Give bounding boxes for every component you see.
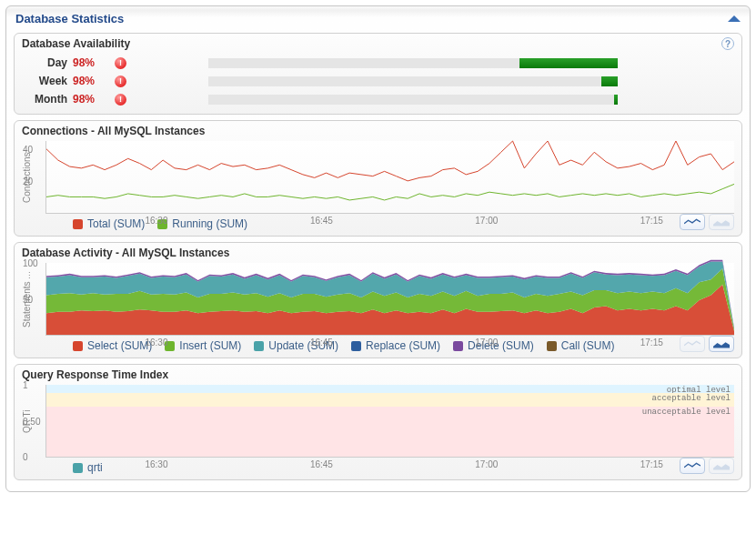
x-tick: 16:30 xyxy=(145,459,167,469)
availability-label: Month xyxy=(22,93,67,106)
availability-pct: 98% xyxy=(73,75,113,87)
chart-mode-line-button[interactable] xyxy=(680,214,705,230)
availability-row: Week98%! xyxy=(22,72,734,90)
legend-label: Insert (SUM) xyxy=(179,339,241,352)
chart-mode-area-button[interactable] xyxy=(709,458,734,474)
activity-panel: Database Activity - All MySQL Instances … xyxy=(14,242,742,358)
availability-label: Day xyxy=(22,56,67,69)
y-tick: 50 xyxy=(23,294,33,304)
legend-swatch xyxy=(73,341,83,351)
y-tick: 20 xyxy=(23,176,33,186)
availability-bar[interactable] xyxy=(208,95,618,105)
legend-swatch xyxy=(351,341,361,351)
legend-swatch xyxy=(73,219,83,229)
y-tick: 0 xyxy=(23,452,28,462)
x-tick: 17:15 xyxy=(640,216,663,226)
x-tick: 17:00 xyxy=(475,216,498,226)
chart-mode-area-button[interactable] xyxy=(709,336,734,352)
qrti-panel: Query Response Time Index QR Ti optimal … xyxy=(14,364,742,480)
x-tick: 16:30 xyxy=(145,337,167,348)
y-tick: 0.50 xyxy=(23,416,40,426)
chart-mode-area-button[interactable] xyxy=(709,214,734,230)
alert-icon[interactable]: ! xyxy=(115,57,126,69)
x-tick: 16:30 xyxy=(145,216,167,226)
legend-label: qrti xyxy=(87,461,103,474)
connections-chart[interactable]: 204016:3016:4517:0017:15 xyxy=(45,141,734,214)
alert-icon[interactable]: ! xyxy=(115,76,126,87)
availability-row: Month98%! xyxy=(22,90,734,108)
help-icon[interactable]: ? xyxy=(721,37,734,50)
x-tick: 16:45 xyxy=(310,459,333,469)
legend-item[interactable]: Total (SUM) xyxy=(73,217,145,230)
connections-legend: Total (SUM)Running (SUM) xyxy=(73,217,734,230)
activity-legend: Select (SUM)Insert (SUM)Update (SUM)Repl… xyxy=(73,339,734,352)
y-tick: 40 xyxy=(23,144,33,154)
legend-label: Call (SUM) xyxy=(561,339,615,352)
x-tick: 17:15 xyxy=(640,337,663,348)
activity-title: Database Activity - All MySQL Instances xyxy=(22,247,229,259)
legend-item[interactable]: Replace (SUM) xyxy=(351,339,440,352)
legend-item[interactable]: Select (SUM) xyxy=(73,339,152,352)
legend-label: Replace (SUM) xyxy=(366,339,440,352)
x-tick: 16:45 xyxy=(310,216,333,226)
availability-title: Database Availability xyxy=(22,37,130,50)
collapse-icon[interactable] xyxy=(728,15,741,22)
legend-item[interactable]: qrti xyxy=(73,461,103,474)
availability-bar[interactable] xyxy=(208,58,618,68)
band-label: acceptable level xyxy=(652,394,731,403)
availability-pct: 98% xyxy=(73,93,113,106)
legend-label: Total (SUM) xyxy=(87,217,145,230)
panel-title: Database Statistics xyxy=(15,12,124,25)
availability-panel: Database Availability ? Day98%!Week98%!M… xyxy=(14,33,742,115)
x-tick: 17:15 xyxy=(640,459,663,469)
legend-label: Select (SUM) xyxy=(87,339,152,352)
database-statistics-panel: Database Statistics Database Availabilit… xyxy=(5,5,751,492)
legend-swatch xyxy=(453,341,463,351)
connections-panel: Connections - All MySQL Instances Connec… xyxy=(14,120,742,237)
activity-chart[interactable]: 5010016:3016:4517:0017:15 xyxy=(45,263,734,336)
x-tick: 17:00 xyxy=(475,337,498,348)
legend-swatch xyxy=(547,341,557,351)
y-tick: 100 xyxy=(23,258,38,268)
band-label: unacceptable level xyxy=(642,408,731,417)
alert-icon[interactable]: ! xyxy=(115,94,126,106)
legend-item[interactable]: Call (SUM) xyxy=(547,339,615,352)
legend-item[interactable]: Insert (SUM) xyxy=(165,339,241,352)
availability-row: Day98%! xyxy=(22,54,734,72)
availability-label: Week xyxy=(22,75,67,87)
legend-label: Running (SUM) xyxy=(172,217,247,230)
chart-mode-line-button[interactable] xyxy=(680,336,705,352)
connections-title: Connections - All MySQL Instances xyxy=(22,125,205,137)
qrti-chart[interactable]: optimal levelacceptable levelunacceptabl… xyxy=(45,385,734,458)
x-tick: 17:00 xyxy=(475,459,498,469)
chart-mode-line-button[interactable] xyxy=(680,458,705,474)
availability-bar[interactable] xyxy=(208,76,618,86)
x-tick: 16:45 xyxy=(310,337,333,348)
y-tick: 1 xyxy=(23,380,28,390)
availability-pct: 98% xyxy=(73,56,113,69)
legend-swatch xyxy=(254,341,264,351)
panel-header: Database Statistics xyxy=(6,6,750,29)
qrti-legend: qrti xyxy=(73,461,734,474)
qrti-title: Query Response Time Index xyxy=(22,368,168,381)
legend-swatch xyxy=(73,463,83,473)
legend-item[interactable]: Running (SUM) xyxy=(157,217,247,230)
